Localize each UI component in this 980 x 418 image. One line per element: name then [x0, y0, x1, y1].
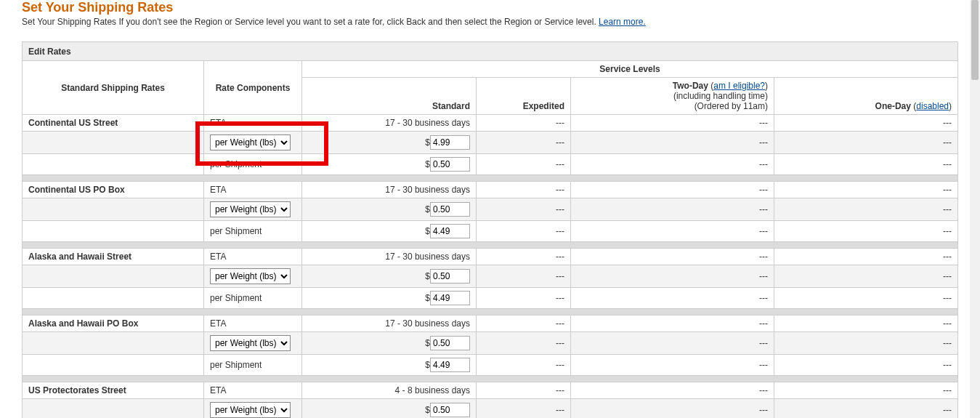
- expedited-value: ---: [477, 249, 571, 265]
- component-per-shipment: per Shipment: [204, 288, 302, 309]
- col-expedited: Expedited: [477, 78, 571, 115]
- oneday-value: ---: [774, 115, 958, 132]
- component-per-weight: per Weight (lbs): [204, 198, 302, 221]
- per-weight-select[interactable]: per Weight (lbs): [210, 335, 291, 351]
- region-blank: [23, 154, 204, 175]
- table-row: per Weight (lbs)$---------: [23, 132, 958, 154]
- expedited-value: ---: [477, 182, 571, 198]
- one-day-label: One-Day: [875, 101, 911, 111]
- standard-shipment-value: $: [302, 154, 477, 175]
- subtext-body: Set Your Shipping Rates If you don't see…: [22, 17, 599, 27]
- oneday-value: ---: [774, 198, 958, 221]
- standard-weight-input[interactable]: [430, 202, 470, 217]
- region-blank: [23, 265, 204, 288]
- col-service-levels: Service Levels: [302, 61, 958, 78]
- col-one-day: One-Day (disabled): [774, 78, 958, 115]
- spacer-row: [23, 376, 958, 382]
- per-weight-select[interactable]: per Weight (lbs): [210, 268, 291, 284]
- expedited-value: ---: [477, 265, 571, 288]
- expedited-value: ---: [477, 315, 571, 332]
- component-eta: ETA: [204, 249, 302, 265]
- standard-weight-input[interactable]: [430, 336, 470, 350]
- oneday-value: ---: [774, 182, 958, 198]
- region-blank: [23, 355, 204, 376]
- twoday-value: ---: [571, 382, 774, 399]
- expedited-value: ---: [477, 399, 571, 419]
- table-row: per Shipment$---------: [23, 288, 958, 309]
- component-eta: ETA: [204, 115, 302, 132]
- spacer-row: [23, 242, 958, 249]
- region-name: Continental US Street: [23, 115, 204, 132]
- twoday-value: ---: [571, 182, 774, 198]
- expedited-value: ---: [477, 288, 571, 309]
- per-weight-select[interactable]: per Weight (lbs): [210, 134, 291, 150]
- twoday-value: ---: [571, 288, 774, 309]
- scrollbar-thumb[interactable]: [971, 0, 979, 80]
- twoday-value: ---: [571, 221, 774, 242]
- twoday-value: ---: [571, 355, 774, 376]
- per-weight-select[interactable]: per Weight (lbs): [210, 402, 291, 418]
- edit-rates-header: Edit Rates: [23, 42, 958, 61]
- twoday-value: ---: [571, 332, 774, 355]
- twoday-value: ---: [571, 265, 774, 288]
- expedited-value: ---: [477, 382, 571, 399]
- region-name: Alaska and Hawaii Street: [23, 249, 204, 265]
- component-per-shipment: per Shipment: [204, 355, 302, 376]
- standard-shipment-input[interactable]: [430, 291, 470, 305]
- component-per-shipment: per Shipment: [204, 221, 302, 242]
- component-per-weight: per Weight (lbs): [204, 332, 302, 355]
- twoday-value: ---: [571, 154, 774, 175]
- table-row: Alaska and Hawaii StreetETA17 - 30 busin…: [23, 249, 958, 265]
- col-standard-shipping-rates: Standard Shipping Rates: [23, 61, 204, 115]
- standard-shipment-input[interactable]: [430, 358, 470, 372]
- twoday-value: ---: [571, 198, 774, 221]
- oneday-value: ---: [774, 221, 958, 242]
- two-day-eligible-link[interactable]: am I eligible?: [713, 81, 765, 91]
- standard-weight-input[interactable]: [430, 135, 470, 150]
- expedited-value: ---: [477, 198, 571, 221]
- standard-weight-value: $: [302, 332, 477, 355]
- one-day-disabled-link[interactable]: disabled: [916, 101, 949, 111]
- expedited-value: ---: [477, 332, 571, 355]
- region-blank: [23, 221, 204, 242]
- twoday-value: ---: [571, 249, 774, 265]
- eta-value: 17 - 30 business days: [302, 115, 477, 132]
- oneday-value: ---: [774, 315, 958, 332]
- scrollbar[interactable]: [970, 0, 980, 418]
- region-blank: [23, 198, 204, 221]
- twoday-value: ---: [571, 132, 774, 154]
- table-row: per Shipment$---------: [23, 221, 958, 242]
- oneday-value: ---: [774, 154, 958, 175]
- twoday-value: ---: [571, 399, 774, 419]
- standard-shipment-input[interactable]: [430, 157, 470, 172]
- region-name: Continental US PO Box: [23, 182, 204, 198]
- standard-shipment-value: $: [302, 288, 477, 309]
- col-rate-components: Rate Components: [204, 61, 302, 115]
- learn-more-link[interactable]: Learn more.: [599, 17, 646, 27]
- standard-shipment-value: $: [302, 221, 477, 242]
- oneday-value: ---: [774, 249, 958, 265]
- standard-weight-value: $: [302, 132, 477, 154]
- oneday-value: ---: [774, 288, 958, 309]
- table-row: US Protectorates StreetETA4 - 8 business…: [23, 382, 958, 399]
- component-per-shipment: per Shipment: [204, 154, 302, 175]
- oneday-value: ---: [774, 332, 958, 355]
- standard-weight-input[interactable]: [430, 403, 470, 417]
- standard-weight-input[interactable]: [430, 269, 470, 284]
- component-eta: ETA: [204, 315, 302, 332]
- col-standard: Standard: [302, 78, 477, 115]
- expedited-value: ---: [477, 355, 571, 376]
- region-name: Alaska and Hawaii PO Box: [23, 315, 204, 332]
- per-weight-select[interactable]: per Weight (lbs): [210, 201, 291, 217]
- component-per-weight: per Weight (lbs): [204, 132, 302, 154]
- spacer-row: [23, 175, 958, 182]
- component-per-weight: per Weight (lbs): [204, 399, 302, 419]
- eta-value: 17 - 30 business days: [302, 315, 477, 332]
- oneday-value: ---: [774, 355, 958, 376]
- standard-shipment-input[interactable]: [430, 224, 470, 238]
- eta-value: 17 - 30 business days: [302, 182, 477, 198]
- two-day-label: Two-Day: [673, 81, 708, 91]
- header-row-1: Standard Shipping Rates Rate Components …: [23, 61, 958, 78]
- table-row: Continental US StreetETA17 - 30 business…: [23, 115, 958, 132]
- region-name: US Protectorates Street: [23, 382, 204, 399]
